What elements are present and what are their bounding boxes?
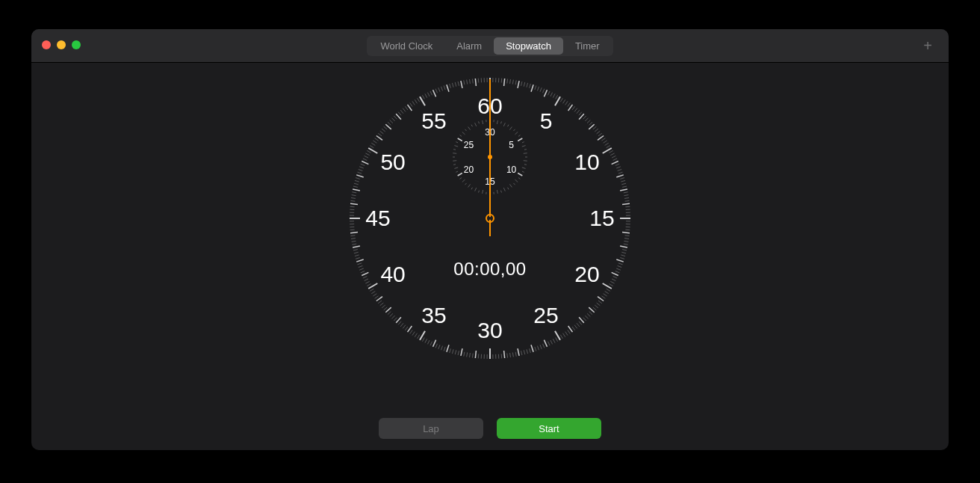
svg-line-216 <box>352 244 356 244</box>
svg-line-257 <box>380 131 384 134</box>
svg-line-243 <box>359 167 364 168</box>
tab-world-clock[interactable]: World Clock <box>368 37 444 55</box>
svg-line-353 <box>456 171 458 172</box>
svg-text:25: 25 <box>533 303 558 327</box>
svg-line-364 <box>462 132 465 135</box>
svg-line-161 <box>458 351 459 355</box>
svg-line-317 <box>508 125 509 127</box>
svg-line-114 <box>583 318 586 321</box>
svg-line-340 <box>497 190 497 194</box>
svg-text:40: 40 <box>380 262 405 286</box>
svg-line-167 <box>441 346 442 351</box>
svg-line-269 <box>405 106 408 110</box>
svg-line-124 <box>560 335 562 339</box>
svg-line-52 <box>610 153 614 156</box>
svg-line-66 <box>624 192 628 193</box>
svg-line-238 <box>355 180 359 182</box>
svg-text:20: 20 <box>464 164 474 175</box>
svg-line-367 <box>471 125 473 127</box>
svg-line-19 <box>543 89 545 93</box>
svg-line-33 <box>577 110 580 114</box>
window-controls <box>42 40 81 49</box>
svg-line-356 <box>453 161 456 161</box>
svg-line-294 <box>472 79 473 83</box>
svg-line-127 <box>553 339 555 342</box>
svg-line-20 <box>544 90 547 96</box>
tab-timer[interactable]: Timer <box>563 37 612 55</box>
svg-line-172 <box>427 340 429 344</box>
close-icon[interactable] <box>42 40 51 49</box>
svg-line-345 <box>479 191 480 193</box>
svg-line-321 <box>518 135 520 137</box>
minimize-icon[interactable] <box>57 40 66 49</box>
svg-line-126 <box>556 337 558 341</box>
svg-line-229 <box>350 206 355 207</box>
svg-line-289 <box>458 81 459 86</box>
svg-text:10: 10 <box>574 150 599 174</box>
svg-line-146 <box>501 354 502 358</box>
svg-line-270 <box>407 105 412 111</box>
svg-line-181 <box>405 327 408 330</box>
start-button[interactable]: Start <box>497 418 601 439</box>
add-icon[interactable]: + <box>919 37 937 55</box>
svg-line-361 <box>456 142 458 143</box>
svg-line-274 <box>418 98 420 102</box>
tab-bar: World Clock Alarm Stopwatch Timer <box>367 36 612 56</box>
svg-line-112 <box>587 313 590 316</box>
svg-line-362 <box>458 138 462 141</box>
svg-line-8 <box>512 80 513 84</box>
svg-line-293 <box>470 79 471 84</box>
svg-line-191 <box>384 307 388 310</box>
svg-line-5 <box>504 79 505 86</box>
svg-line-154 <box>478 354 479 358</box>
svg-line-244 <box>361 164 365 165</box>
svg-line-241 <box>357 172 362 173</box>
svg-line-325 <box>524 150 527 150</box>
svg-line-92 <box>618 265 622 267</box>
svg-line-116 <box>579 322 582 325</box>
svg-line-188 <box>390 313 393 316</box>
svg-line-183 <box>400 323 403 327</box>
tab-stopwatch[interactable]: Stopwatch <box>494 37 563 55</box>
svg-line-128 <box>551 340 553 344</box>
svg-line-333 <box>518 178 520 179</box>
zoom-icon[interactable] <box>72 40 81 49</box>
svg-line-288 <box>455 82 456 87</box>
svg-line-363 <box>460 135 462 137</box>
svg-line-96 <box>613 276 617 278</box>
svg-line-164 <box>450 348 451 353</box>
svg-line-322 <box>518 138 522 141</box>
svg-line-366 <box>468 127 471 130</box>
svg-line-59 <box>618 172 623 173</box>
svg-line-179 <box>410 330 412 333</box>
svg-line-130 <box>544 340 547 347</box>
svg-line-261 <box>388 122 391 125</box>
elapsed-time: 00:00,00 <box>453 259 526 280</box>
svg-line-182 <box>403 325 406 329</box>
svg-line-236 <box>353 186 358 187</box>
svg-line-14 <box>530 84 531 88</box>
svg-text:30: 30 <box>477 318 502 342</box>
lap-button[interactable]: Lap <box>379 418 483 439</box>
svg-line-119 <box>572 327 575 330</box>
svg-line-336 <box>509 184 512 187</box>
svg-line-292 <box>467 80 468 84</box>
svg-line-262 <box>390 120 393 123</box>
svg-line-295 <box>475 79 476 86</box>
svg-line-132 <box>540 345 542 349</box>
svg-line-37 <box>585 118 588 121</box>
svg-line-316 <box>503 123 505 126</box>
svg-line-201 <box>367 284 370 286</box>
svg-line-202 <box>365 281 369 283</box>
tab-alarm[interactable]: Alarm <box>444 37 494 55</box>
svg-line-369 <box>479 121 480 123</box>
svg-line-42 <box>595 129 598 132</box>
svg-line-162 <box>455 350 456 354</box>
svg-line-49 <box>607 146 610 148</box>
svg-text:5: 5 <box>509 140 514 150</box>
svg-line-145 <box>504 351 505 358</box>
svg-line-352 <box>458 173 462 176</box>
svg-line-272 <box>412 101 415 105</box>
svg-line-45 <box>598 135 604 140</box>
svg-line-251 <box>370 146 373 148</box>
